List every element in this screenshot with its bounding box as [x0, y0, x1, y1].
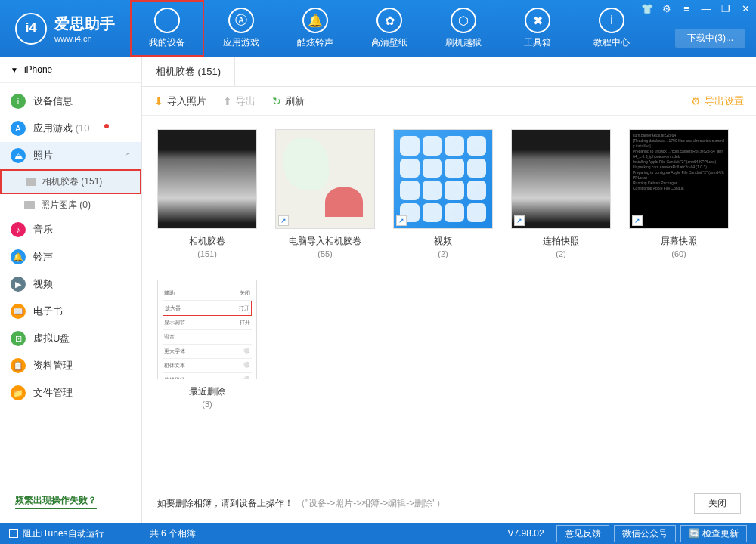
- update-button[interactable]: 🔄 检查更新: [680, 525, 747, 542]
- help-link[interactable]: 频繁出现操作失败？: [15, 494, 97, 509]
- sidebar-icon: ⊡: [11, 331, 26, 346]
- version-label: V7.98.02: [508, 528, 544, 539]
- import-icon: ⬇: [154, 95, 163, 107]
- import-photos-button[interactable]: ⬇ 导入照片: [154, 94, 206, 108]
- album-屏幕快照[interactable]: com.cameraRoll.afc2d-64[Reading database…: [629, 129, 729, 258]
- nav-icon: ✿: [376, 8, 402, 33]
- album-total: 共 6 个相簿: [150, 527, 196, 540]
- album-thumbnail: [157, 129, 257, 229]
- nav-icon: i: [599, 8, 624, 33]
- block-itunes-label: 阻止iTunes自动运行: [23, 527, 104, 540]
- sidebar-icon: 📖: [11, 304, 26, 319]
- shortcut-icon: ↗: [278, 215, 289, 226]
- folder-icon: [26, 178, 36, 186]
- settings-icon[interactable]: ⚙: [661, 3, 673, 14]
- download-status[interactable]: 下载中(3)...: [675, 29, 745, 48]
- shortcut-icon: ↗: [396, 215, 407, 226]
- nav-教程中心[interactable]: i教程中心: [575, 0, 649, 57]
- nav-我的设备[interactable]: 我的设备: [130, 0, 204, 57]
- sidebar-item-视频[interactable]: ▶视频: [0, 270, 141, 298]
- wechat-button[interactable]: 微信公众号: [614, 525, 676, 542]
- sidebar-item-照片[interactable]: ⛰照片⌃: [0, 142, 141, 169]
- folder-icon: [24, 201, 35, 209]
- album-thumbnail: ↗: [393, 129, 493, 229]
- sidebar-item-资料管理[interactable]: 📋资料管理: [0, 352, 141, 379]
- app-name: 爱思助手: [54, 14, 115, 34]
- feedback-button[interactable]: 意见反馈: [556, 525, 609, 542]
- export-settings-button[interactable]: ⚙ 导出设置: [691, 94, 744, 108]
- nav-icon: ⬡: [451, 8, 476, 33]
- refresh-icon: ↻: [272, 95, 281, 107]
- shortcut-icon: ↗: [514, 215, 525, 226]
- menu-icon[interactable]: ≡: [680, 3, 692, 14]
- sidebar-icon: ♪: [11, 222, 26, 237]
- sidebar-icon: A: [11, 121, 26, 136]
- device-selector[interactable]: ▼ iPhone: [0, 57, 141, 83]
- gear-icon: ⚙: [691, 95, 701, 107]
- sidebar-icon: ⛰: [11, 148, 26, 163]
- close-button[interactable]: 关闭: [694, 493, 741, 514]
- logo-icon: i4: [15, 13, 47, 45]
- chevron-icon: ⌃: [125, 152, 131, 160]
- sidebar-icon: i: [11, 94, 26, 109]
- close-icon[interactable]: ✕: [739, 3, 751, 14]
- album-相机胶卷[interactable]: 相机胶卷(151): [157, 129, 257, 258]
- chevron-down-icon: ▼: [11, 66, 18, 74]
- album-thumbnail: 辅助关闭放大器打开显示调节打开语音更大字体⚪粗体文本⚪按钮形状⚪降低透明度: [157, 280, 257, 379]
- nav-icon: ✖: [525, 8, 550, 33]
- album-thumbnail: com.cameraRoll.afc2d-64[Reading database…: [629, 129, 729, 229]
- sidebar-item-音乐[interactable]: ♪音乐: [0, 216, 141, 243]
- sidebar-item-文件管理[interactable]: 📁文件管理: [0, 379, 141, 406]
- export-button: ⬆ 导出: [223, 94, 256, 108]
- nav-高清壁纸[interactable]: ✿高清壁纸: [352, 0, 426, 57]
- nav-工具箱[interactable]: ✖工具箱: [500, 0, 575, 57]
- maximize-icon[interactable]: ❐: [720, 3, 732, 14]
- shortcut-icon: ↗: [632, 215, 643, 226]
- nav-icon: 🔔: [302, 8, 328, 33]
- app-url: www.i4.cn: [54, 34, 115, 43]
- export-icon: ⬆: [223, 95, 232, 107]
- block-itunes-checkbox[interactable]: [9, 529, 18, 538]
- sidebar-sub-照片图库[interactable]: 照片图库 (0): [0, 194, 141, 216]
- album-thumbnail: ↗: [511, 129, 611, 229]
- sidebar-icon: 🔔: [11, 249, 26, 264]
- device-name: iPhone: [24, 64, 52, 75]
- sidebar-item-铃声[interactable]: 🔔铃声: [0, 243, 141, 270]
- album-thumbnail: ↗: [275, 129, 375, 229]
- sidebar-sub-相机胶卷[interactable]: 相机胶卷 (151): [0, 169, 141, 194]
- notification-dot: [104, 124, 109, 128]
- sidebar-item-电子书[interactable]: 📖电子书: [0, 298, 141, 325]
- nav-刷机越狱[interactable]: ⬡刷机越狱: [426, 0, 500, 57]
- delete-notice: 如要删除相簿，请到设备上操作！: [157, 497, 293, 510]
- skin-icon[interactable]: 👕: [641, 3, 653, 14]
- sidebar-item-应用游戏[interactable]: A应用游戏 (10: [0, 115, 141, 142]
- sidebar-icon: ▶: [11, 277, 26, 292]
- nav-酷炫铃声[interactable]: 🔔酷炫铃声: [278, 0, 352, 57]
- album-电脑导入相机胶卷[interactable]: ↗电脑导入相机胶卷(55): [275, 129, 375, 258]
- minimize-icon[interactable]: —: [700, 3, 712, 14]
- sidebar-item-设备信息[interactable]: i设备信息: [0, 88, 141, 115]
- tab-camera-roll[interactable]: 相机胶卷 (151): [142, 57, 235, 86]
- album-最近删除[interactable]: 辅助关闭放大器打开显示调节打开语音更大字体⚪粗体文本⚪按钮形状⚪降低透明度最近删…: [157, 280, 257, 409]
- sidebar-icon: 📁: [11, 385, 26, 400]
- app-logo: i4 爱思助手 www.i4.cn: [0, 0, 130, 57]
- sidebar-icon: 📋: [11, 358, 26, 373]
- nav-应用游戏[interactable]: Ⓐ应用游戏: [204, 0, 278, 57]
- album-视频[interactable]: ↗视频(2): [393, 129, 493, 258]
- nav-icon: [154, 8, 180, 33]
- refresh-button[interactable]: ↻ 刷新: [272, 94, 305, 108]
- nav-icon: Ⓐ: [228, 8, 254, 33]
- delete-hint: （"设备->照片->相簿->编辑->删除"）: [296, 497, 445, 510]
- window-controls: 👕 ⚙ ≡ — ❐ ✕: [641, 3, 751, 14]
- album-连拍快照[interactable]: ↗连拍快照(2): [511, 129, 611, 258]
- sidebar-item-虚拟U盘[interactable]: ⊡虚拟U盘: [0, 325, 141, 352]
